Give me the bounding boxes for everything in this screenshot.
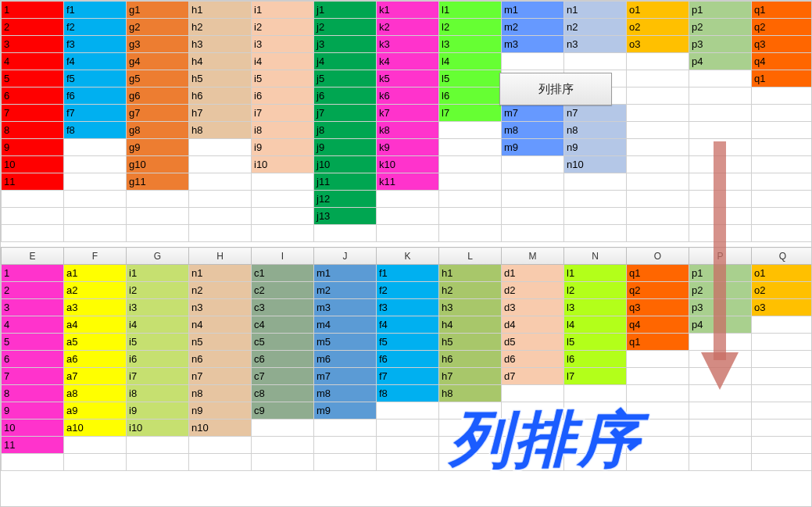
cell[interactable]: p3 — [689, 299, 752, 316]
cell[interactable] — [252, 420, 314, 437]
cell[interactable]: m8 — [314, 385, 377, 402]
cell[interactable]: m5 — [314, 334, 377, 351]
cell[interactable]: d6 — [502, 351, 564, 368]
cell[interactable]: i3 — [252, 36, 314, 53]
cell[interactable] — [627, 368, 689, 385]
cell[interactable]: n3 — [189, 299, 252, 316]
cell[interactable]: k2 — [377, 19, 439, 36]
cell[interactable]: g6 — [127, 87, 189, 105]
grid-after-sort[interactable]: EFGHIJKLMNOPQ1a1i1n1c1m1f1h1d1l1q1p1o12a… — [1, 247, 812, 471]
cell[interactable]: k10 — [377, 156, 439, 173]
cell[interactable] — [564, 208, 627, 225]
cell[interactable]: l4 — [439, 53, 502, 70]
cell[interactable]: 4 — [2, 316, 64, 334]
cell[interactable] — [627, 122, 689, 139]
cell[interactable] — [189, 454, 252, 471]
cell[interactable]: o3 — [752, 299, 813, 316]
cell[interactable]: n8 — [189, 385, 252, 402]
cell[interactable]: q2 — [752, 19, 813, 36]
cell[interactable]: m1 — [502, 2, 564, 19]
cell[interactable] — [752, 402, 813, 420]
cell[interactable]: j8 — [314, 122, 377, 139]
column-header[interactable]: G — [127, 248, 189, 265]
cell[interactable]: j12 — [314, 191, 377, 208]
cell[interactable]: f7 — [64, 105, 127, 122]
cell[interactable]: f8 — [64, 122, 127, 139]
column-header[interactable]: N — [564, 248, 627, 265]
cell[interactable] — [502, 225, 564, 242]
cell[interactable]: i10 — [127, 420, 189, 437]
cell[interactable]: l6 — [439, 87, 502, 105]
cell[interactable] — [439, 208, 502, 225]
column-header[interactable]: F — [64, 248, 127, 265]
cell[interactable]: n10 — [564, 156, 627, 173]
cell[interactable]: a9 — [64, 402, 127, 420]
cell[interactable]: d4 — [502, 316, 564, 334]
cell[interactable]: j7 — [314, 105, 377, 122]
cell[interactable]: c4 — [252, 316, 314, 334]
cell[interactable]: p2 — [689, 282, 752, 299]
cell[interactable]: 11 — [2, 437, 64, 454]
cell[interactable] — [752, 420, 813, 437]
cell[interactable]: i8 — [252, 122, 314, 139]
cell[interactable]: j5 — [314, 70, 377, 87]
cell[interactable]: m9 — [314, 402, 377, 420]
cell[interactable]: j6 — [314, 87, 377, 105]
cell[interactable] — [752, 156, 813, 173]
cell[interactable]: l1 — [564, 265, 627, 282]
cell[interactable]: g5 — [127, 70, 189, 87]
cell[interactable]: o2 — [627, 19, 689, 36]
column-sort-button[interactable]: 列排序 — [499, 73, 612, 105]
cell[interactable]: h5 — [189, 70, 252, 87]
cell[interactable]: d3 — [502, 299, 564, 316]
cell[interactable] — [64, 173, 127, 191]
cell[interactable]: 4 — [2, 53, 64, 70]
cell[interactable]: a1 — [64, 265, 127, 282]
cell[interactable]: l7 — [564, 368, 627, 385]
cell[interactable]: m3 — [502, 36, 564, 53]
cell[interactable]: 9 — [2, 402, 64, 420]
cell[interactable]: p2 — [689, 19, 752, 36]
cell[interactable]: h7 — [189, 105, 252, 122]
cell[interactable] — [627, 139, 689, 156]
cell[interactable]: h4 — [189, 53, 252, 70]
cell[interactable]: c9 — [252, 402, 314, 420]
cell[interactable]: g1 — [127, 2, 189, 19]
cell[interactable]: a7 — [64, 368, 127, 385]
cell[interactable] — [752, 225, 813, 242]
cell[interactable] — [502, 173, 564, 191]
cell[interactable]: 3 — [2, 36, 64, 53]
column-header[interactable]: H — [189, 248, 252, 265]
cell[interactable] — [189, 156, 252, 173]
cell[interactable]: i1 — [252, 2, 314, 19]
cell[interactable] — [502, 191, 564, 208]
cell[interactable]: l5 — [439, 70, 502, 87]
cell[interactable]: 3 — [2, 299, 64, 316]
cell[interactable]: n10 — [189, 420, 252, 437]
cell[interactable] — [314, 225, 377, 242]
cell[interactable]: q3 — [752, 36, 813, 53]
cell[interactable] — [752, 454, 813, 471]
cell[interactable] — [689, 454, 752, 471]
cell[interactable]: j1 — [314, 2, 377, 19]
cell[interactable]: 11 — [2, 173, 64, 191]
cell[interactable]: n1 — [189, 265, 252, 282]
cell[interactable]: l6 — [564, 351, 627, 368]
cell[interactable]: 6 — [2, 87, 64, 105]
cell[interactable]: d7 — [502, 368, 564, 385]
cell[interactable]: a4 — [64, 316, 127, 334]
cell[interactable] — [564, 191, 627, 208]
cell[interactable] — [377, 225, 439, 242]
cell[interactable] — [752, 351, 813, 368]
cell[interactable]: c7 — [252, 368, 314, 385]
cell[interactable] — [689, 420, 752, 437]
cell[interactable]: q1 — [627, 265, 689, 282]
cell[interactable]: j13 — [314, 208, 377, 225]
cell[interactable]: i6 — [127, 351, 189, 368]
cell[interactable]: f2 — [377, 282, 439, 299]
cell[interactable]: p1 — [689, 265, 752, 282]
column-header[interactable]: J — [314, 248, 377, 265]
cell[interactable] — [377, 402, 439, 420]
cell[interactable]: h8 — [189, 122, 252, 139]
cell[interactable]: f1 — [377, 265, 439, 282]
